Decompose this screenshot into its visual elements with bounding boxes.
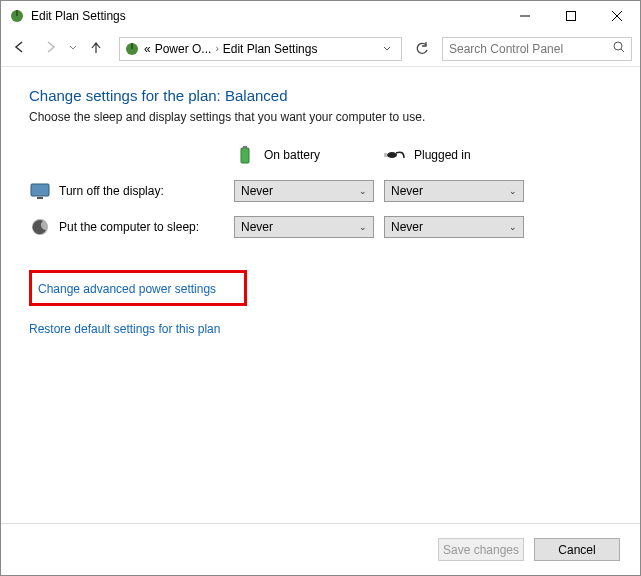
- footer: Save changes Cancel: [1, 523, 640, 575]
- chevron-right-icon: ›: [215, 43, 218, 54]
- sleep-plugged-value: Never: [391, 220, 423, 234]
- minimize-button[interactable]: [502, 1, 548, 31]
- plugged-in-label: Plugged in: [414, 148, 471, 162]
- search-input[interactable]: Search Control Panel: [442, 37, 632, 61]
- svg-rect-11: [243, 146, 247, 149]
- svg-point-8: [614, 42, 622, 50]
- sleep-label: Put the computer to sleep:: [59, 220, 199, 234]
- on-battery-label: On battery: [264, 148, 320, 162]
- maximize-button[interactable]: [548, 1, 594, 31]
- svg-line-9: [621, 49, 624, 52]
- chevron-down-icon: ⌄: [359, 222, 367, 232]
- chevron-down-icon: ⌄: [509, 222, 517, 232]
- sleep-plugged-select[interactable]: Never ⌄: [384, 216, 524, 238]
- app-icon: [9, 8, 25, 24]
- up-button[interactable]: [85, 38, 107, 59]
- content: Change settings for the plan: Balanced C…: [1, 67, 640, 523]
- column-headers: On battery Plugged in: [29, 144, 612, 166]
- address-bar: « Power O... › Edit Plan Settings Search…: [1, 31, 640, 67]
- svg-rect-10: [241, 148, 249, 163]
- refresh-icon: [415, 42, 429, 56]
- chevron-down-icon: [69, 45, 77, 51]
- back-arrow-icon: [13, 40, 27, 54]
- nav-arrows: [9, 38, 107, 59]
- display-battery-value: Never: [241, 184, 273, 198]
- breadcrumb-prefix: «: [144, 42, 151, 56]
- highlight-annotation: Change advanced power settings: [29, 270, 247, 306]
- close-button[interactable]: [594, 1, 640, 31]
- display-battery-select[interactable]: Never ⌄: [234, 180, 374, 202]
- title-text: Edit Plan Settings: [31, 9, 502, 23]
- window: Edit Plan Settings: [0, 0, 641, 576]
- recent-dropdown[interactable]: [69, 44, 77, 53]
- maximize-icon: [566, 11, 576, 21]
- page-heading: Change settings for the plan: Balanced: [29, 87, 612, 104]
- forward-button[interactable]: [39, 38, 61, 59]
- sleep-icon: [29, 216, 51, 238]
- chevron-down-icon: ⌄: [509, 186, 517, 196]
- svg-rect-15: [31, 184, 49, 196]
- breadcrumb-icon: [124, 41, 140, 57]
- plug-icon: [384, 144, 406, 166]
- up-arrow-icon: [89, 40, 103, 54]
- svg-rect-1: [16, 10, 18, 16]
- chevron-down-icon: [383, 46, 391, 52]
- display-plugged-select[interactable]: Never ⌄: [384, 180, 524, 202]
- close-icon: [612, 11, 622, 21]
- advanced-settings-link[interactable]: Change advanced power settings: [38, 282, 216, 296]
- save-button[interactable]: Save changes: [438, 538, 524, 561]
- sleep-row: Put the computer to sleep: Never ⌄ Never…: [29, 216, 612, 238]
- refresh-button[interactable]: [408, 37, 436, 61]
- titlebar: Edit Plan Settings: [1, 1, 640, 31]
- breadcrumb[interactable]: « Power O... › Edit Plan Settings: [119, 37, 402, 61]
- svg-rect-3: [567, 12, 576, 21]
- svg-rect-16: [37, 197, 43, 199]
- restore-defaults-link[interactable]: Restore default settings for this plan: [29, 322, 220, 336]
- chevron-down-icon: ⌄: [359, 186, 367, 196]
- display-plugged-value: Never: [391, 184, 423, 198]
- sleep-battery-value: Never: [241, 220, 273, 234]
- search-icon: [613, 41, 625, 56]
- breadcrumb-part2[interactable]: Edit Plan Settings: [223, 42, 318, 56]
- window-controls: [502, 1, 640, 31]
- minimize-icon: [520, 11, 530, 21]
- svg-rect-7: [131, 43, 133, 49]
- display-label: Turn off the display:: [59, 184, 164, 198]
- page-subtext: Choose the sleep and display settings th…: [29, 110, 612, 124]
- svg-point-12: [387, 152, 397, 158]
- forward-arrow-icon: [43, 40, 57, 54]
- breadcrumb-dropdown[interactable]: [377, 43, 397, 54]
- display-row: Turn off the display: Never ⌄ Never ⌄: [29, 180, 612, 202]
- display-icon: [29, 180, 51, 202]
- cancel-button[interactable]: Cancel: [534, 538, 620, 561]
- battery-icon: [234, 144, 256, 166]
- back-button[interactable]: [9, 38, 31, 59]
- breadcrumb-part1[interactable]: Power O...: [155, 42, 212, 56]
- search-placeholder: Search Control Panel: [449, 42, 613, 56]
- sleep-battery-select[interactable]: Never ⌄: [234, 216, 374, 238]
